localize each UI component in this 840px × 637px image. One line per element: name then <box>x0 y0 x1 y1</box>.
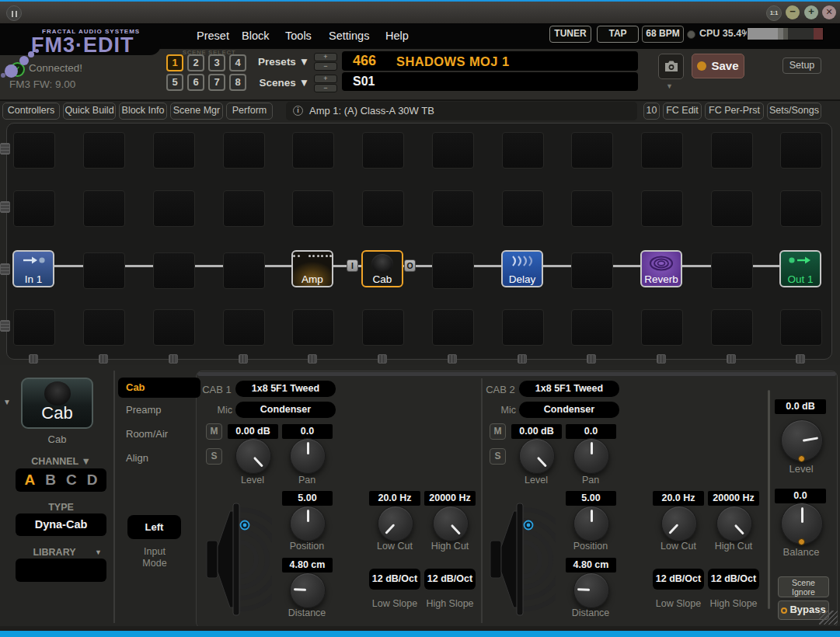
grid-slot[interactable] <box>641 132 683 169</box>
grid-slot[interactable] <box>153 252 195 289</box>
tab-scene-mgr[interactable]: Scene Mgr <box>170 103 223 120</box>
grid-slot[interactable] <box>432 309 474 346</box>
grid-slot[interactable] <box>571 252 613 289</box>
cab1-mute-button[interactable]: M <box>206 423 222 440</box>
menu-block[interactable]: Block <box>242 23 269 49</box>
cab2-solo-button[interactable]: S <box>490 448 506 465</box>
library-value[interactable] <box>16 559 106 582</box>
cab2-lowcut-knob[interactable] <box>661 506 697 541</box>
type-value[interactable]: Dyna-Cab <box>16 513 106 536</box>
grid-slot[interactable] <box>223 132 265 169</box>
menu-settings[interactable]: Settings <box>329 23 369 49</box>
preset-display[interactable]: 466 SHADOWS MOJ 1 <box>342 51 638 71</box>
cab1-distance-value[interactable]: 4.80 cm <box>282 558 333 573</box>
block-delay[interactable]: Delay <box>501 250 543 287</box>
tab-align[interactable]: Align <box>126 452 148 464</box>
panel-resize-handle[interactable] <box>819 611 838 625</box>
page-number-badge[interactable]: 10 <box>643 103 660 120</box>
grid-slot[interactable] <box>780 132 822 169</box>
camera-dropdown-caret[interactable]: ▼ <box>666 82 673 90</box>
grid-slot[interactable] <box>13 132 55 169</box>
cab1-position-value[interactable]: 5.00 <box>282 491 333 506</box>
tab-cab-active[interactable]: Cab <box>118 378 200 398</box>
scene-ignore-button[interactable]: Scene Ignore <box>778 576 829 597</box>
cab2-position-value[interactable]: 5.00 <box>566 491 616 506</box>
channel-d[interactable]: D <box>87 472 98 489</box>
preset-increment-button[interactable]: + <box>314 53 337 61</box>
grid-slot[interactable] <box>502 132 544 169</box>
grid-slot[interactable] <box>83 190 125 227</box>
cab1-lowcut-knob[interactable] <box>378 506 413 541</box>
cab1-position-knob[interactable] <box>290 506 326 541</box>
tuner-button[interactable]: TUNER <box>549 26 591 43</box>
cab2-pan-value[interactable]: 0.0 <box>566 424 616 439</box>
tab-fc-per-prst[interactable]: FC Per-Prst <box>705 103 764 120</box>
cab2-mute-button[interactable]: M <box>490 423 506 440</box>
grid-column-handle[interactable] <box>308 354 317 364</box>
cab2-position-knob[interactable] <box>573 506 609 541</box>
grid-slot[interactable] <box>223 252 265 289</box>
scene-button-3[interactable]: 3 <box>208 54 225 71</box>
grid-slot[interactable] <box>711 252 753 289</box>
grid-slot[interactable] <box>13 309 55 346</box>
grid-slot[interactable] <box>502 309 544 346</box>
titlebar[interactable]: 1:1 − + ✕ <box>0 2 840 23</box>
block-amp[interactable]: Amp <box>291 250 333 287</box>
grid-row-handle[interactable] <box>0 320 10 332</box>
grid-slot[interactable] <box>711 190 753 227</box>
cab2-pan-knob[interactable] <box>573 438 609 474</box>
scene-display[interactable]: S01 <box>342 72 638 91</box>
preset-decrement-button[interactable]: − <box>314 62 337 71</box>
grid-slot[interactable] <box>641 309 683 346</box>
grid-column-handle[interactable] <box>378 354 387 364</box>
block-reverb[interactable]: Reverb <box>640 250 682 287</box>
channel-a[interactable]: A <box>25 472 36 489</box>
cab1-distance-knob[interactable] <box>290 573 326 608</box>
grid-slot[interactable] <box>641 190 683 227</box>
presets-dropdown[interactable]: Presets ▼ <box>255 56 309 68</box>
close-button[interactable]: ✕ <box>822 5 836 19</box>
grid-slot[interactable] <box>711 132 753 169</box>
grid-column-handle[interactable] <box>29 354 38 364</box>
menu-help[interactable]: Help <box>385 23 409 49</box>
snapshot-camera-button[interactable] <box>658 54 684 79</box>
cab1-model-select[interactable]: 1x8 5F1 Tweed <box>235 381 336 397</box>
grid-slot[interactable] <box>432 190 474 227</box>
cab1-highslope-button[interactable]: 12 dB/Oct <box>424 569 476 590</box>
cab1-speaker-graphic[interactable] <box>204 496 272 623</box>
output-level-value[interactable]: 0.0 dB <box>775 399 826 414</box>
maximize-button[interactable]: + <box>804 5 818 19</box>
scene-decrement-button[interactable]: − <box>314 84 337 92</box>
grid-column-handle[interactable] <box>796 354 805 364</box>
setup-button[interactable]: Setup <box>782 57 821 74</box>
grid-slot[interactable] <box>711 309 753 346</box>
scene-button-2[interactable]: 2 <box>187 54 204 71</box>
grid-row-handle[interactable] <box>0 143 10 155</box>
channel-b[interactable]: B <box>45 472 56 489</box>
cab2-level-knob[interactable] <box>519 438 555 474</box>
cab2-speaker-graphic[interactable] <box>487 496 556 623</box>
tab-room-air[interactable]: Room/Air <box>126 428 168 440</box>
channel-label[interactable]: CHANNEL ▼ <box>16 456 106 467</box>
block-cab-selected[interactable]: Cab <box>361 250 403 287</box>
grid-slot[interactable] <box>223 309 265 346</box>
scenes-dropdown[interactable]: Scenes ▼ <box>255 77 309 89</box>
grid-column-handle[interactable] <box>239 354 248 364</box>
input-mode-button[interactable]: Left <box>127 515 181 539</box>
block-out1[interactable]: Out 1 <box>779 250 821 287</box>
scene-button-6[interactable]: 6 <box>187 74 204 91</box>
menu-tools[interactable]: Tools <box>285 23 312 49</box>
grid-column-handle[interactable] <box>587 354 596 364</box>
pause-icon[interactable] <box>6 5 22 21</box>
scene-button-7[interactable]: 7 <box>208 74 225 91</box>
grid-column-handle[interactable] <box>448 354 457 364</box>
menu-preset[interactable]: Preset <box>197 23 229 49</box>
grid-slot[interactable] <box>780 190 822 227</box>
grid-slot[interactable] <box>83 309 125 346</box>
grid-slot[interactable] <box>571 190 613 227</box>
channel-c[interactable]: C <box>66 472 77 489</box>
block-thumbnail[interactable]: Cab <box>21 378 93 429</box>
grid-column-handle[interactable] <box>169 354 178 364</box>
grid-row-handle[interactable] <box>0 263 10 275</box>
tap-button[interactable]: TAP <box>597 26 639 43</box>
